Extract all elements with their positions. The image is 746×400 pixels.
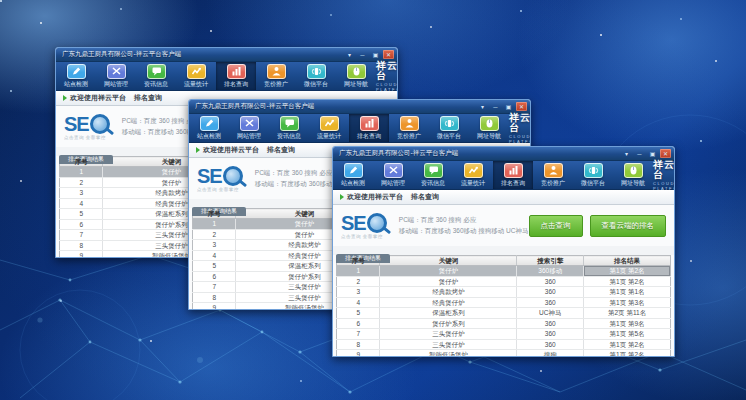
toolbar-item-label: 网址导航 — [477, 132, 501, 141]
toolbar-item-label: 网址导航 — [344, 80, 368, 89]
window-titlebar[interactable]: 广东九鼎王厨具有限公司-祥云平台客户端 ▾ ─ ▣ ✕ — [189, 100, 530, 114]
cell-index: 5 — [337, 308, 380, 319]
cell-engine: 搜狗 — [517, 350, 584, 358]
cell-engine: 360 — [517, 318, 584, 329]
minimize-icon[interactable]: ─ — [634, 149, 645, 158]
window-titlebar[interactable]: 广东九鼎王厨具有限公司-祥云平台客户端 ▾ ─ ▣ ✕ — [333, 147, 674, 161]
toolbar-item-traffic-stats[interactable]: 流量统计 — [176, 62, 216, 90]
toolbar-item-site-manage[interactable]: 网站管理 — [229, 114, 269, 142]
window-menu-icon[interactable]: ▾ — [477, 102, 488, 111]
table-row[interactable]: 7三头煲仔炉360第1页 第5名 — [337, 329, 671, 340]
window-title: 广东九鼎王厨具有限公司-祥云平台客户端 — [195, 102, 477, 111]
results-tab-strip: 排名查询结果 — [333, 246, 674, 255]
toolbar-item-traffic-stats[interactable]: 流量统计 — [453, 161, 493, 189]
toolbar-item-bid-promo[interactable]: 竞价推广 — [389, 114, 429, 142]
toolbar-item-bid-promo[interactable]: 竞价推广 — [533, 161, 573, 189]
cell-keyword: 三头煲仔炉 — [380, 339, 517, 350]
close-icon[interactable]: ✕ — [516, 102, 527, 111]
toolbar-item-rank-query[interactable]: 排名查询 — [349, 114, 389, 142]
table-row[interactable]: 1煲仔炉360移动第1页 第2名 — [337, 266, 671, 277]
toolbar-item-site-check[interactable]: 站点检测 — [189, 114, 229, 142]
results-table: 序号关键词搜索引擎排名结果 1煲仔炉360移动第1页 第2名2煲仔炉360第1页… — [336, 255, 671, 357]
toolbar-item-site-nav[interactable]: 网址导航 — [336, 62, 376, 90]
window-controls: ▾ ─ ▣ ✕ — [621, 149, 671, 158]
bid-promo-icon — [267, 64, 286, 79]
cell-index: 6 — [60, 219, 103, 230]
cell-keyword: 经典煲仔炉 — [380, 297, 517, 308]
toolbar-item-news-info[interactable]: 资讯信息 — [413, 161, 453, 189]
table-row[interactable]: 8三头煲仔炉360第1页 第2名 — [337, 339, 671, 350]
minimize-icon[interactable]: ─ — [490, 102, 501, 111]
seo-tagline: 点击查询 全面掌控 — [64, 135, 122, 140]
table-row[interactable]: 3经典款烤炉360第1页 第1名 — [337, 287, 671, 298]
minimize-icon[interactable]: ─ — [357, 50, 368, 59]
toolbar-item-rank-query[interactable]: 排名查询 — [493, 161, 533, 189]
table-row[interactable]: 6煲仔炉系列360第1页 第9名 — [337, 318, 671, 329]
seo-tagline: 点击查询 全面掌控 — [197, 187, 255, 192]
window-menu-icon[interactable]: ▾ — [344, 50, 355, 59]
table-row[interactable]: 4经典煲仔炉360第1页 第3名 — [337, 297, 671, 308]
close-icon[interactable]: ✕ — [660, 149, 671, 158]
traffic-stats-icon — [187, 64, 206, 79]
cell-index: 5 — [60, 209, 103, 220]
site-check-icon — [67, 64, 86, 79]
welcome-section-label: 排名查询 — [267, 145, 295, 155]
toolbar-item-label: 站点检测 — [64, 80, 88, 89]
main-toolbar: 站点检测网站管理资讯信息流量统计排名查询竞价推广微信平台网址导航 祥云平台 CL… — [189, 114, 530, 143]
toolbar-item-site-manage[interactable]: 网站管理 — [96, 62, 136, 90]
toolbar-item-label: 流量统计 — [184, 80, 208, 89]
toolbar-item-wechat-platform[interactable]: 微信平台 — [429, 114, 469, 142]
toolbar-item-wechat-platform[interactable]: 微信平台 — [296, 62, 336, 90]
welcome-text: 欢迎使用祥云平台 — [347, 192, 403, 202]
toolbar-item-label: 网站管理 — [104, 80, 128, 89]
news-info-icon — [147, 64, 166, 79]
window-titlebar[interactable]: 广东九鼎王厨具有限公司-祥云平台客户端 ▾ ─ ▣ ✕ — [56, 48, 397, 62]
maximize-icon[interactable]: ▣ — [503, 102, 514, 111]
toolbar-item-site-check[interactable]: 站点检测 — [56, 62, 96, 90]
toolbar-items: 站点检测网站管理资讯信息流量统计排名查询竞价推广微信平台网址导航 — [333, 161, 653, 189]
toolbar-item-bid-promo[interactable]: 竞价推广 — [256, 62, 296, 90]
toolbar-item-site-manage[interactable]: 网站管理 — [373, 161, 413, 189]
toolbar-item-traffic-stats[interactable]: 流量统计 — [309, 114, 349, 142]
app-window-front: 广东九鼎王厨具有限公司-祥云平台客户端 ▾ ─ ▣ ✕ 站点检测网站管理资讯信息… — [332, 146, 675, 357]
maximize-icon[interactable]: ▣ — [370, 50, 381, 59]
brand-text: 祥云平台 CLOUD PLATFORM — [653, 160, 675, 191]
toolbar-item-rank-query[interactable]: 排名查询 — [216, 62, 256, 90]
window-menu-icon[interactable]: ▾ — [621, 149, 632, 158]
column-header: 搜索引擎 — [517, 256, 584, 266]
close-icon[interactable]: ✕ — [383, 50, 394, 59]
toolbar-item-wechat-platform[interactable]: 微信平台 — [573, 161, 613, 189]
engine-list: PC端：百度 360 搜狗 必应 移动端：百度移动 360移动 搜狗移动 UC神… — [399, 215, 529, 236]
view-cloud-rank-button[interactable]: 查看云端的排名 — [590, 215, 667, 237]
site-manage-icon — [107, 64, 126, 79]
toolbar-item-label: 资讯信息 — [144, 80, 168, 89]
window-controls: ▾ ─ ▣ ✕ — [477, 102, 527, 111]
table-row[interactable]: 2煲仔炉360第1页 第2名 — [337, 276, 671, 287]
cell-index: 6 — [193, 271, 236, 282]
maximize-icon[interactable]: ▣ — [647, 149, 658, 158]
cell-index: 9 — [193, 303, 236, 311]
site-manage-icon — [240, 116, 259, 131]
toolbar-item-news-info[interactable]: 资讯信息 — [136, 62, 176, 90]
toolbar-item-site-nav[interactable]: 网址导航 — [469, 114, 509, 142]
wechat-platform-icon — [307, 64, 326, 79]
table-row[interactable]: 5保温柜系列UC神马第2页 第11名 — [337, 308, 671, 319]
cell-index: 7 — [193, 282, 236, 293]
toolbar-item-site-nav[interactable]: 网址导航 — [613, 161, 653, 189]
toolbar-item-label: 网站管理 — [237, 132, 261, 141]
table-row[interactable]: 9智能低汤煲炉搜狗第1页 第2名 — [337, 350, 671, 358]
toolbar-item-site-check[interactable]: 站点检测 — [333, 161, 373, 189]
traffic-stats-icon — [320, 116, 339, 131]
cell-index: 9 — [337, 350, 380, 358]
toolbar-item-news-info[interactable]: 资讯信息 — [269, 114, 309, 142]
toolbar-items: 站点检测网站管理资讯信息流量统计排名查询竞价推广微信平台网址导航 — [189, 114, 509, 142]
cell-engine: 360 — [517, 329, 584, 340]
brand-logo: 祥云平台 CLOUD PLATFORM 祥 — [653, 161, 675, 189]
welcome-bar: 欢迎使用祥云平台 排名查询 — [333, 190, 674, 205]
query-button[interactable]: 点击查询 — [529, 215, 583, 237]
cell-engine: 360 — [517, 339, 584, 350]
magnifier-icon — [223, 166, 243, 186]
cell-result: 第1页 第5名 — [584, 329, 671, 340]
rank-query-icon — [227, 64, 246, 79]
brand-subtitle: CLOUD PLATFORM — [653, 181, 675, 191]
